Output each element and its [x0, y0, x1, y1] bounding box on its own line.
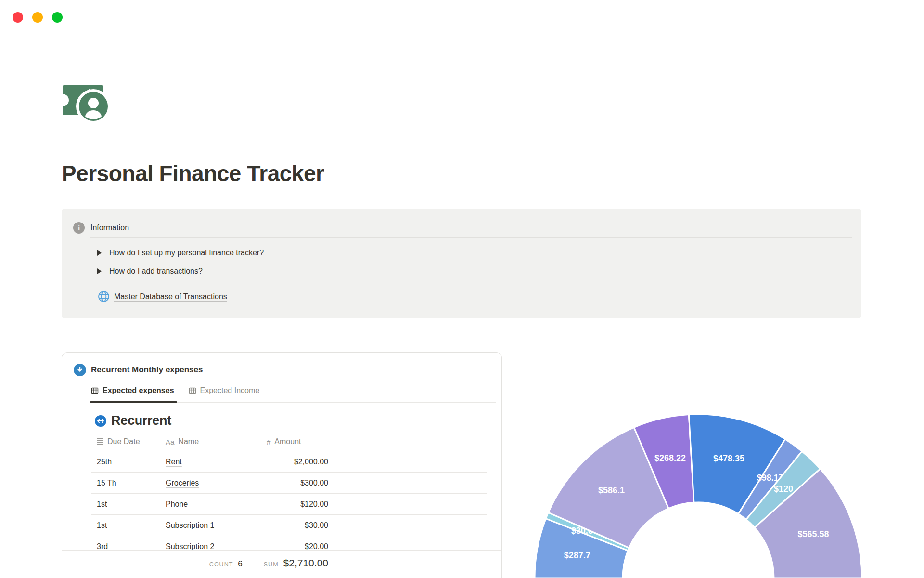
zoom-window-button[interactable]: [52, 12, 63, 23]
globe-icon: [98, 290, 110, 302]
donut-slice-label: $586.1: [598, 486, 625, 495]
table-icon: [91, 387, 99, 394]
tab-expected-income[interactable]: Expected Income: [189, 384, 260, 402]
card-title: Recurrent Monthly expenses: [91, 365, 203, 375]
view-tabs: Expected expenses Expected Income: [91, 384, 496, 403]
page-link[interactable]: Groceries: [166, 479, 199, 487]
page-link[interactable]: Rent: [166, 458, 182, 466]
cell-name[interactable]: Phone: [166, 500, 250, 509]
cell-name[interactable]: Groceries: [166, 479, 250, 487]
count-label[interactable]: COUNT: [209, 561, 233, 568]
column-header-due-date[interactable]: Due Date: [91, 437, 166, 446]
table-header-row: Due Date Aa Name # Amount: [91, 433, 487, 451]
donut-slice-label: $268.22: [654, 453, 686, 463]
page-link[interactable]: Subscription 2: [166, 542, 214, 551]
toggle-arrow-icon[interactable]: [97, 268, 102, 274]
cell-amount[interactable]: $120.00: [250, 500, 328, 509]
page-link[interactable]: Phone: [166, 500, 188, 508]
cell-name[interactable]: Subscription 1: [166, 521, 250, 530]
cell-due-date[interactable]: 3rd: [91, 542, 166, 551]
table-row[interactable]: 1st Phone $120.00: [91, 493, 487, 514]
master-database-link[interactable]: Master Database of Transactions: [114, 292, 227, 301]
cell-due-date[interactable]: 1st: [91, 521, 166, 530]
divider: [90, 285, 852, 285]
table-footer: COUNT 6 SUM $2,710.00: [62, 550, 501, 578]
cell-due-date[interactable]: 15 Th: [91, 479, 166, 487]
tab-label: Expected Income: [200, 386, 260, 395]
donut-slice-label: $478.35: [713, 454, 744, 463]
toggle-arrow-icon[interactable]: [97, 250, 102, 256]
tab-label: Expected expenses: [103, 386, 174, 395]
donut-slice-label: $565.58: [798, 529, 829, 539]
column-header-amount[interactable]: # Amount: [250, 437, 328, 446]
table-icon: [189, 387, 196, 394]
cell-amount[interactable]: $2,000.00: [250, 458, 328, 466]
sum-value[interactable]: $2,710.00: [283, 557, 328, 569]
cell-name[interactable]: Rent: [166, 458, 250, 466]
page-icon-money[interactable]: [62, 77, 112, 126]
toggle-label: How do I set up my personal finance trac…: [109, 249, 264, 257]
cell-due-date[interactable]: 1st: [91, 500, 166, 509]
section-title[interactable]: Recurrent: [111, 413, 171, 428]
info-icon: i: [73, 222, 85, 234]
toggle-setup-question[interactable]: How do I set up my personal finance trac…: [97, 245, 264, 261]
donut-slice-label: $287.7: [564, 551, 590, 560]
cell-amount[interactable]: $30.00: [250, 521, 328, 530]
title-property-icon: Aa: [166, 438, 174, 446]
expenses-table: Due Date Aa Name # Amount 25th Rent $2,0…: [91, 433, 487, 557]
table-row[interactable]: 1st Subscription 1 $30.00: [91, 514, 487, 536]
close-window-button[interactable]: [13, 12, 23, 23]
table-row[interactable]: 25th Rent $2,000.00: [91, 451, 487, 472]
minimize-window-button[interactable]: [32, 12, 43, 23]
toggle-label: How do I add transactions?: [109, 267, 203, 276]
number-property-icon: #: [267, 438, 270, 446]
expenses-donut-chart: $287.7$30.68$586.1$268.22$478.35$98.17$1…: [532, 411, 865, 578]
linked-database-icon: [95, 415, 106, 427]
divider: [90, 237, 852, 238]
callout-title: Information: [90, 223, 129, 232]
column-header-name[interactable]: Aa Name: [166, 437, 250, 446]
tab-expected-expenses[interactable]: Expected expenses: [91, 384, 174, 402]
download-circle-icon: [74, 364, 86, 376]
table-row[interactable]: 15 Th Groceries $300.00: [91, 472, 487, 493]
sum-label[interactable]: SUM: [264, 561, 279, 568]
text-lines-icon: [97, 437, 103, 446]
recurrent-expenses-card: Recurrent Monthly expenses Expected expe…: [62, 352, 502, 578]
page-title: Personal Finance Tracker: [62, 160, 324, 186]
toggle-add-transactions-question[interactable]: How do I add transactions?: [97, 263, 203, 279]
cell-amount[interactable]: $300.00: [250, 479, 328, 487]
master-database-link-row[interactable]: Master Database of Transactions: [98, 290, 227, 302]
information-callout: i Information How do I set up my persona…: [62, 209, 861, 318]
cell-amount[interactable]: $20.00: [250, 542, 328, 551]
cell-due-date[interactable]: 25th: [91, 458, 166, 466]
notion-window: Personal Finance Tracker i Information H…: [0, 0, 924, 578]
cell-name[interactable]: Subscription 2: [166, 542, 250, 551]
count-value[interactable]: 6: [238, 559, 242, 569]
page-link[interactable]: Subscription 1: [166, 521, 214, 529]
donut-slice-label: $120: [774, 484, 793, 494]
